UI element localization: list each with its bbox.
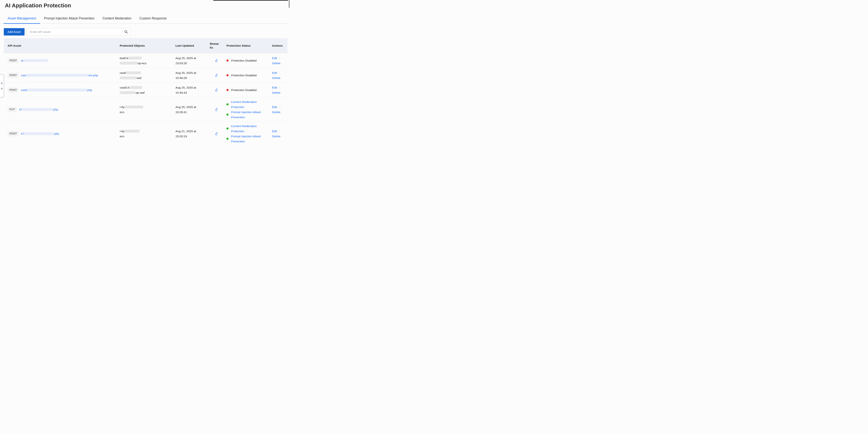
protection-status-item: Prompt Injection Attack Prevention [226, 134, 270, 144]
api-asset-link[interactable]: 47.php [21, 132, 59, 135]
table-row: POST te twaf14 op-ecs Aug 25, 2025 at 23… [4, 53, 287, 68]
edit-button[interactable]: Edit [272, 85, 277, 90]
redaction-blob [124, 105, 143, 108]
delete-button[interactable]: Delete [272, 75, 280, 81]
actions-cell: Edit Delete [272, 85, 287, 95]
tab-label: Content Moderation [102, 17, 131, 20]
status-dot-green [226, 138, 228, 140]
http-method-badge: POST [7, 87, 19, 93]
last-updated-text: Aug 21, 2025 at 15:03:19 [176, 129, 200, 139]
redaction-blob [23, 59, 48, 62]
actions-divider [280, 56, 280, 60]
protection-status-link[interactable]: Prompt Injection Attack Prevention [231, 110, 266, 120]
protection-status-link[interactable]: Prompt Injection Attack Prevention [231, 134, 266, 144]
tab-content-moderation[interactable]: Content Moderation [98, 15, 135, 24]
chevron-right-icon [1, 88, 3, 90]
edit-remark-icon[interactable] [215, 132, 218, 135]
http-method-badge: POST [7, 58, 19, 63]
protected-object-line: ecs [120, 134, 173, 139]
api-asset-link[interactable]: cwafphp [21, 88, 92, 92]
protection-status-cell: Protection Disabled [226, 88, 272, 92]
protection-status-text: Protection Disabled [231, 59, 256, 62]
edit-button[interactable]: Edit [272, 104, 277, 110]
status-dot-green [226, 114, 228, 116]
protected-objects-cell: cwaf waf [120, 70, 176, 81]
actions-cell: Edit Delete [272, 56, 287, 66]
edit-button[interactable]: Edit [272, 129, 277, 134]
redaction-blob [27, 89, 87, 91]
api-asset-cell: POST 47.php [4, 131, 120, 136]
protected-object-line: i-8y [120, 129, 173, 134]
actions-cell: Edit Delete [272, 129, 287, 139]
api-asset-link[interactable]: cwaest.php [21, 74, 98, 77]
redaction-blob [120, 91, 136, 94]
search-input[interactable] [27, 28, 122, 35]
delete-button[interactable]: Delete [272, 61, 280, 66]
delete-button[interactable]: Delete [272, 90, 280, 95]
redaction-blob [120, 76, 137, 79]
api-asset-link[interactable]: 47php [19, 108, 58, 111]
delete-button[interactable]: Delete [272, 110, 280, 115]
last-updated-cell: Aug 21, 2025 at 15:03:19 [176, 129, 209, 139]
actions-divider [280, 129, 280, 133]
edit-button[interactable]: Edit [272, 56, 277, 61]
toolbar: Add Asset [4, 28, 289, 35]
http-method-badge: POST [7, 72, 19, 78]
column-header-protection-status: Protection Status [226, 44, 272, 48]
last-updated-cell: Aug 25, 2025 at 23:03:20 [176, 56, 209, 66]
tab-label: Custom Response [140, 17, 166, 20]
table-header-row: API Asset Protected Objects Last Updated… [4, 38, 287, 53]
actions-divider [280, 86, 280, 89]
last-updated-cell: Aug 25, 2025 at 10:26:41 [176, 104, 209, 115]
left-edge-panel-toggle[interactable] [0, 74, 4, 97]
api-asset-link[interactable]: te [21, 59, 48, 62]
api-asset-cell: POST cwafphp [4, 87, 120, 93]
search-button[interactable] [122, 28, 130, 35]
edit-remark-icon[interactable] [215, 59, 218, 62]
status-dot-green [226, 127, 228, 129]
last-updated-text: Aug 25, 2025 at 23:03:20 [176, 56, 200, 66]
protected-object-line: op-ecs [120, 61, 173, 66]
screen-artifact-corner [289, 0, 289, 8]
edit-remark-icon[interactable] [215, 73, 218, 77]
protection-status-cell: Content Moderation ProtectionPrompt Inje… [226, 99, 272, 120]
tab-prompt-injection-attack-prevention[interactable]: Prompt Injection Attack Prevention [40, 15, 99, 24]
protection-status-link[interactable]: Content Moderation Protection [231, 99, 266, 110]
protection-status-text: Protection Disabled [231, 74, 256, 77]
tab-custom-response[interactable]: Custom Response [135, 15, 170, 24]
actions-cell: Edit Delete [272, 70, 287, 81]
redaction-blob [22, 108, 53, 111]
redaction-blob [24, 132, 54, 135]
last-updated-text: Aug 25, 2025 at 10:26:41 [176, 104, 200, 115]
column-header-api-asset: API Asset [4, 44, 120, 48]
tab-asset-management[interactable]: Asset Management [4, 15, 40, 24]
protected-objects-cell: cwaf14 op-waf [120, 85, 176, 95]
edit-remark-icon[interactable] [215, 88, 218, 92]
protected-object-line: waf [120, 75, 173, 81]
redaction-blob [120, 62, 138, 65]
last-updated-text: Aug 25, 2025 at 15:45:43 [176, 85, 200, 95]
redaction-blob [129, 86, 142, 89]
protected-objects-cell: twaf14 op-ecs [120, 56, 176, 66]
delete-button[interactable]: Delete [272, 134, 280, 139]
table-row: POST cwafphp cwaf14 op-waf Aug 25, 2025 … [4, 83, 287, 97]
edit-remark-icon[interactable] [215, 107, 218, 111]
redaction-blob [26, 74, 88, 77]
protected-object-line: i-8y [120, 104, 173, 110]
actions-divider [280, 105, 280, 109]
protected-objects-cell: i-8y ecs [120, 104, 176, 115]
remarks-cell [209, 59, 226, 62]
column-header-remarks: Remarks [209, 42, 226, 50]
protection-status-link[interactable]: Content Moderation Protection [231, 124, 266, 134]
table-row: POST 47.php i-8y ecs Aug 21, 2025 at 15:… [4, 122, 287, 145]
table-body: POST te twaf14 op-ecs Aug 25, 2025 at 23… [4, 53, 287, 145]
screen-artifact-bar [213, 0, 288, 1]
edit-button[interactable]: Edit [272, 70, 277, 75]
protected-object-line: twaf14 [120, 56, 173, 61]
remarks-cell [209, 88, 226, 92]
http-method-badge: PUT [7, 107, 17, 112]
api-asset-cell: POST cwaest.php [4, 72, 120, 78]
remarks-cell [209, 107, 226, 111]
add-asset-button[interactable]: Add Asset [4, 28, 25, 35]
protected-object-line: cwaf14 [120, 85, 173, 90]
